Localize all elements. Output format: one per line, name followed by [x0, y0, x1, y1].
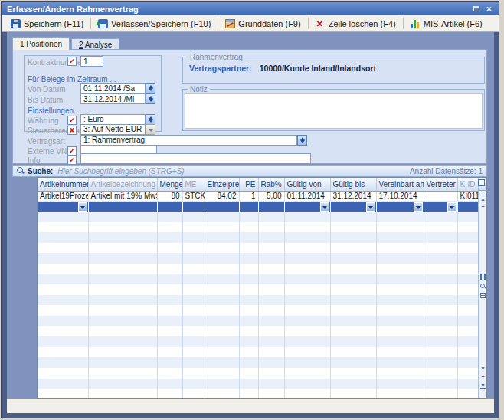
- grid-cell[interactable]: 17.10.2014: [376, 191, 424, 201]
- mis-article-button[interactable]: MIS-Artikel (F6): [405, 18, 488, 30]
- cell-dropdown-button[interactable]: [366, 202, 375, 212]
- empty-cell: [284, 253, 330, 264]
- cell-dropdown-button[interactable]: [414, 202, 423, 212]
- grid-cell[interactable]: 80: [157, 191, 182, 201]
- grid-cell[interactable]: 1: [239, 191, 258, 201]
- column-header-3[interactable]: ME: [182, 178, 205, 191]
- grid-cell[interactable]: [424, 201, 457, 212]
- empty-cell: [330, 232, 376, 243]
- bis-datum-input[interactable]: [80, 94, 146, 104]
- save-button[interactable]: Speichern (F11): [5, 18, 89, 30]
- column-header-2[interactable]: Menge: [157, 178, 182, 191]
- grid-search-icon[interactable]: [480, 284, 486, 290]
- column-header-8[interactable]: Gültig bis: [330, 178, 376, 191]
- empty-row: [38, 284, 478, 295]
- kontraktnummer-checkbox[interactable]: ✔: [67, 57, 77, 66]
- scroll-down-icon[interactable]: ▼: [479, 365, 487, 372]
- empty-cell: [457, 336, 478, 347]
- grid-cell[interactable]: 5,00: [258, 191, 284, 201]
- grid-cell[interactable]: 84,02: [205, 191, 239, 201]
- grid-cell[interactable]: [88, 201, 157, 212]
- notiz-groupbox: Notiz: [182, 89, 485, 131]
- von-datum-spinner[interactable]: [146, 83, 155, 94]
- column-options-icon[interactable]: [480, 274, 486, 280]
- vertragsart-select[interactable]: 1: Rahmenvertrag: [80, 135, 297, 146]
- cell-dropdown-button[interactable]: [320, 202, 329, 212]
- info-input[interactable]: [80, 153, 311, 164]
- empty-cell: [330, 274, 376, 285]
- grid-cell[interactable]: KI011: [457, 191, 478, 201]
- grid-cell[interactable]: [284, 201, 330, 212]
- tab-positionen[interactable]: 1 Positionen: [12, 37, 70, 50]
- grid-cell[interactable]: Artikel mit 19% MwSt.: [88, 191, 157, 201]
- empty-cell: [239, 284, 258, 295]
- column-header-11[interactable]: K-ID: [457, 178, 478, 191]
- column-header-1[interactable]: Artikelbezeichnung: [88, 178, 157, 191]
- empty-cell: [88, 336, 157, 347]
- waehrung-checkbox[interactable]: ✔: [67, 116, 77, 125]
- column-header-10[interactable]: Vertreter: [424, 178, 457, 191]
- empty-cell: [88, 368, 157, 379]
- column-header-4[interactable]: Einzelpreis: [205, 178, 239, 191]
- column-header-0[interactable]: Artikelnummer: [38, 178, 88, 191]
- record-nav-up-button[interactable]: +: [479, 203, 487, 210]
- scroll-to-bottom-button[interactable]: ▼: [480, 382, 486, 389]
- grid-cell[interactable]: [376, 201, 424, 212]
- record-count: Anzahl Datensätze: 1: [410, 167, 483, 176]
- delete-row-button[interactable]: Zeile löschen (F4): [310, 18, 401, 30]
- grid-cell[interactable]: 31.12.2014: [330, 191, 376, 201]
- grid-corner-cell[interactable]: [479, 178, 486, 191]
- steuerberechnung-dropdown-button[interactable]: [146, 124, 155, 135]
- steuerberechnung-select[interactable]: 3: Auf Netto EUR: [80, 124, 146, 135]
- bis-datum-spinner[interactable]: [146, 94, 155, 104]
- search-input[interactable]: [57, 167, 405, 176]
- column-header-9[interactable]: Vereinbart am: [376, 178, 424, 191]
- close-button[interactable]: [484, 5, 494, 14]
- grid-cell[interactable]: [258, 201, 284, 212]
- grid-cell[interactable]: [239, 201, 258, 212]
- column-header-5[interactable]: PE: [239, 178, 258, 191]
- empty-row: [38, 295, 478, 306]
- kontraktnummer-input[interactable]: [80, 56, 103, 67]
- empty-cell: [457, 357, 478, 368]
- empty-cell: [258, 212, 284, 222]
- empty-cell: [205, 253, 239, 264]
- empty-cell: [258, 295, 284, 306]
- column-header-6[interactable]: Rab%: [258, 178, 284, 191]
- cell-dropdown-button[interactable]: [447, 202, 457, 212]
- info-checkbox[interactable]: ✔: [67, 156, 77, 165]
- scroll-to-top-button[interactable]: ▲: [480, 195, 486, 202]
- table-row[interactable]: Artikel19ProzerArtikel mit 19% MwSt.80ST…: [38, 191, 478, 201]
- basedata-button[interactable]: Grunddaten (F9): [220, 18, 306, 30]
- empty-cell: [330, 305, 376, 316]
- record-nav-down-button[interactable]: +: [479, 373, 487, 380]
- cell-dropdown-button[interactable]: [78, 202, 87, 212]
- grid-cell[interactable]: [424, 191, 457, 201]
- grid-view-icon[interactable]: [480, 293, 486, 298]
- externe-vnr-checkbox[interactable]: ✔: [67, 146, 77, 156]
- grid-cell[interactable]: [457, 201, 478, 212]
- notiz-textarea[interactable]: [185, 93, 483, 129]
- vertragsart-spinner[interactable]: [297, 135, 307, 146]
- grid-cell[interactable]: [182, 201, 205, 212]
- selected-row[interactable]: [38, 201, 478, 212]
- grid-cell[interactable]: [38, 201, 88, 212]
- waehrung-select[interactable]: : Euro: [80, 114, 146, 125]
- steuerberechnung-checkbox[interactable]: ✘: [67, 126, 77, 135]
- waehrung-spinner[interactable]: [146, 114, 155, 125]
- empty-cell: [239, 368, 258, 379]
- save-exit-button[interactable]: Verlassen/Speichern (F10): [93, 18, 216, 30]
- column-header-7[interactable]: Gültig von: [284, 178, 330, 191]
- grid-cell[interactable]: 01.11.2014: [284, 191, 330, 201]
- von-datum-input[interactable]: [80, 83, 146, 94]
- restore-button[interactable]: [471, 5, 481, 14]
- empty-cell: [157, 357, 182, 368]
- grid-cell[interactable]: Artikel19Prozer: [38, 191, 88, 201]
- empty-cell: [182, 336, 205, 347]
- empty-cell: [424, 295, 457, 306]
- grid-cell[interactable]: [205, 201, 239, 212]
- grid-cell[interactable]: STCK: [182, 191, 205, 201]
- grid-cell[interactable]: [157, 201, 182, 212]
- grid-cell[interactable]: [330, 201, 376, 212]
- tab-analyse[interactable]: 2 Analyse: [71, 38, 119, 50]
